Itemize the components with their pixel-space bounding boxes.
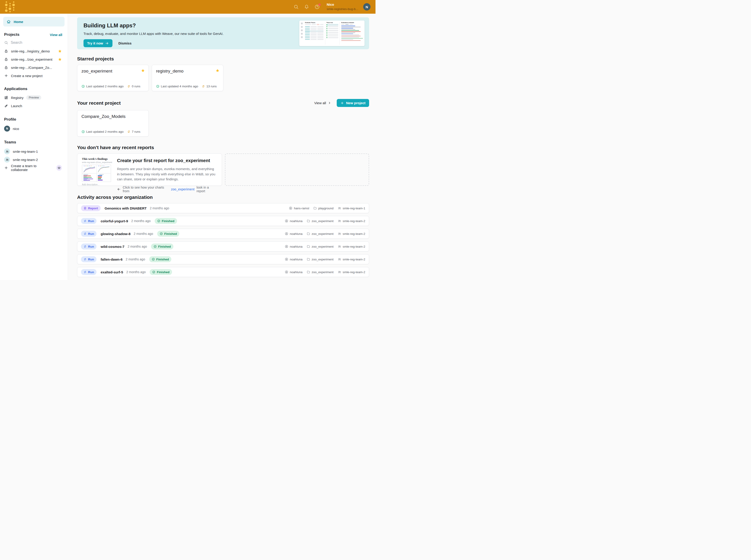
new-project-button[interactable]: New project [337, 99, 369, 107]
view-all-label: View all [314, 101, 326, 105]
recent-card-compare-zoo-models[interactable]: Compare_Zoo_Models Last updated 2 months… [77, 110, 149, 137]
clock-icon [81, 130, 85, 133]
project-search-input[interactable] [11, 41, 54, 45]
star-icon[interactable] [141, 68, 145, 73]
chevron-right-icon [328, 101, 331, 105]
dismiss-button[interactable]: Dismiss [118, 41, 132, 45]
project-search[interactable] [4, 41, 62, 45]
status-label: Finished [158, 245, 171, 248]
help-icon[interactable] [314, 4, 320, 9]
star-icon[interactable] [58, 58, 62, 61]
users-icon [338, 232, 341, 236]
lock-icon [4, 49, 8, 53]
users-icon [338, 245, 341, 248]
activity-row-run[interactable]: Run wild-cosmos-7 2 months ago Finished … [77, 241, 369, 252]
last-updated-text: Last updated 2 months ago [86, 130, 124, 133]
clock-icon [81, 85, 85, 88]
activity-team: smle-reg-team-2 [343, 219, 365, 223]
create-new-project-button[interactable]: Create a new project [4, 72, 62, 80]
activity-time: 2 months ago [131, 219, 151, 223]
projects-header-label: Projects [4, 33, 19, 37]
bell-icon[interactable] [304, 4, 309, 9]
wandb-dots-logo[interactable] [5, 1, 15, 12]
folder-icon [307, 270, 310, 274]
starred-card-zoo-experiment[interactable]: zoo_experiment Last updated 2 months ago… [77, 65, 149, 91]
recent-view-all-link[interactable]: View all [314, 101, 331, 105]
profile-avatar: N [4, 126, 10, 132]
project-label: smle-reg-.../Compare_Zo... [11, 66, 52, 69]
user-circle-icon [285, 232, 288, 236]
star-icon[interactable] [58, 49, 62, 53]
activity-project: playground [318, 206, 333, 210]
sidebar-project-zoo-experiment[interactable]: smle-reg.../zoo_experiment [4, 55, 62, 63]
activity-time: 2 months ago [126, 257, 145, 261]
avatar[interactable]: N [363, 3, 370, 11]
sidebar-item-registry[interactable]: Registry Preview [4, 94, 62, 102]
report-thumb-subtitle: smle-reg-team-2/zoo_experiment [82, 161, 111, 163]
runs-sync-icon [202, 85, 205, 88]
activity-name: wild-cosmos-7 [101, 245, 124, 248]
create-report-title: Create your first report for zoo_experim… [117, 158, 217, 163]
try-it-now-button[interactable]: Try it now [83, 39, 113, 47]
activity-project: zoo_experiment [312, 219, 333, 223]
finished-badge: Finished [155, 218, 177, 224]
activity-time: 2 months ago [128, 245, 147, 248]
badge-label: Run [88, 219, 94, 223]
create-project-label: Create a new project [11, 74, 42, 78]
preview-tree-title: Trace tree [326, 22, 338, 23]
check-circle-icon [152, 271, 155, 274]
create-report-card[interactable]: This week's findings smle-reg-team-2/zoo… [77, 154, 222, 186]
activity-row-run[interactable]: Run colorful-yogurt-9 2 months ago Finis… [77, 216, 369, 226]
teams-header-label: Teams [4, 140, 16, 144]
sidebar-project-compare-zoo[interactable]: smle-reg-.../Compare_Zo... [4, 63, 62, 72]
sidebar-item-launch[interactable]: Launch [4, 102, 62, 110]
projects-section-header: Projects View all [4, 33, 62, 37]
profile-section-header: Profile [4, 117, 62, 122]
preview-table-title: Evaluate Traces [305, 22, 324, 23]
activity-row-run[interactable]: Run exalted-surf-5 2 months ago Finished… [77, 267, 369, 277]
badge-label: Report [88, 206, 98, 210]
registry-label: Registry [11, 96, 23, 100]
preview-sidebar-rail [301, 22, 303, 45]
project-label: smle-reg.../registry_demo [11, 49, 50, 53]
starred-card-registry-demo[interactable]: registry_demo Last updated 4 months ago … [152, 65, 223, 91]
sidebar-team-1[interactable]: smle-reg-team-1 [4, 147, 62, 156]
applications-header-label: Applications [4, 87, 27, 91]
activity-row-report[interactable]: Report Genomics with DNABERT 2 months ag… [77, 203, 369, 213]
report-link-project[interactable]: zoo_experiment [171, 187, 194, 191]
activity-row-run[interactable]: Run glowing-shadow-8 2 months ago Finish… [77, 229, 369, 239]
sidebar-item-home[interactable]: Home [3, 17, 64, 26]
check-circle-icon [157, 219, 160, 222]
report-doc-icon [83, 206, 87, 210]
runs-count-text: 0 runs [132, 85, 140, 88]
finished-badge: Finished [150, 269, 172, 275]
notification-dot [318, 3, 321, 6]
run-sync-icon [83, 258, 87, 261]
recent-project-header: Your recent project [77, 100, 121, 106]
activity-time: 2 months ago [150, 206, 169, 210]
sidebar-team-2[interactable]: smle-reg-team-2 [4, 156, 62, 164]
sidebar-project-registry-demo[interactable]: smle-reg.../registry_demo [4, 47, 62, 55]
activity-row-run[interactable]: Run fallen-dawn-6 2 months ago Finished … [77, 254, 369, 264]
activity-name: fallen-dawn-6 [101, 257, 122, 261]
activity-user: noahluna [290, 245, 303, 248]
report-thumb-chart-bars-2 [96, 173, 111, 182]
run-badge: Run [81, 269, 96, 275]
nav-user-block[interactable]: Nico smle-registries-bug-b... [327, 2, 358, 11]
run-sync-icon [83, 232, 87, 235]
projects-view-all-link[interactable]: View all [50, 33, 62, 37]
starred-projects-header: Starred projects [77, 56, 369, 62]
run-sync-icon [83, 219, 87, 222]
activity-team: smle-reg-team-1 [343, 206, 365, 210]
report-thumbnail: This week's findings smle-reg-team-2/zoo… [82, 157, 111, 182]
create-team-button[interactable]: Create a team to collaborate [4, 164, 62, 172]
activity-name: Genomics with DNABERT [105, 206, 147, 210]
plus-icon [340, 101, 344, 105]
sidebar-item-profile-nico[interactable]: N nico [4, 124, 62, 133]
users-icon [5, 150, 9, 153]
star-icon[interactable] [216, 68, 219, 73]
weave-promo-banner: Building LLM apps? Track, debug, evaluat… [77, 17, 369, 49]
preview-badge: Preview [26, 95, 41, 100]
search-icon[interactable] [293, 4, 299, 9]
finished-badge: Finished [149, 256, 172, 262]
